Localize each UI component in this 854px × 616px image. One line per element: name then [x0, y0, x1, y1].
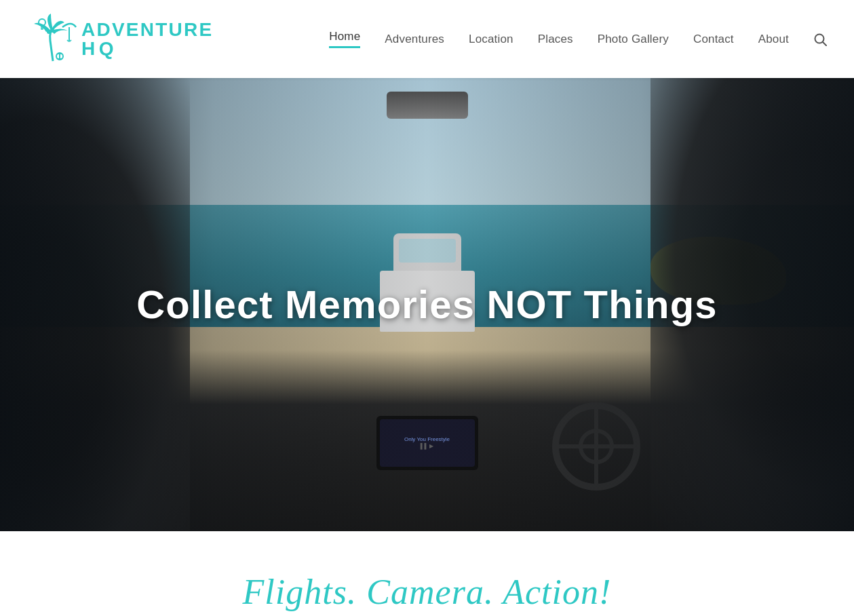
nav-item-home[interactable]: Home	[329, 30, 360, 48]
nav-item-adventures[interactable]: Adventures	[385, 33, 444, 46]
nav-item-contact[interactable]: Contact	[693, 33, 734, 46]
site-header: ADVENTURE HQ Home Adventures Location Pl…	[0, 0, 854, 78]
svg-line-5	[823, 42, 826, 45]
hero-background: Only You Freestyle▌▌ ▶ Collect Memories …	[0, 78, 854, 531]
nav-item-photo-gallery[interactable]: Photo Gallery	[598, 33, 669, 46]
nav-item-places[interactable]: Places	[538, 33, 573, 46]
main-nav: Home Adventures Location Places Photo Ga…	[329, 30, 827, 48]
hero-text-container: Collect Memories NOT Things	[0, 283, 854, 326]
tagline: Flights. Camera. Action!	[14, 572, 840, 612]
hero-section: Only You Freestyle▌▌ ▶ Collect Memories …	[0, 78, 854, 531]
search-button[interactable]	[813, 33, 827, 46]
nav-item-about[interactable]: About	[758, 33, 789, 46]
logo-text: ADVENTURE HQ	[81, 20, 213, 58]
nav-item-location[interactable]: Location	[469, 33, 513, 46]
search-icon	[813, 33, 827, 46]
below-hero-section: Flights. Camera. Action!	[0, 531, 854, 616]
hero-headline: Collect Memories NOT Things	[0, 283, 854, 326]
logo-icon	[27, 10, 81, 68]
logo[interactable]: ADVENTURE HQ	[27, 10, 213, 68]
svg-point-1	[50, 28, 54, 33]
